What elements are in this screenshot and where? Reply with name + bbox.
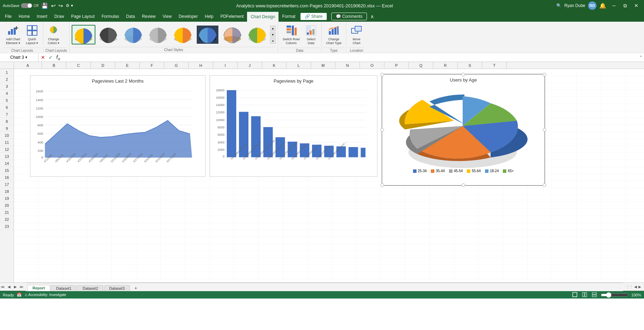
chart-style-4[interactable] [146,25,170,44]
menu-page-layout[interactable]: Page Layout [67,11,98,22]
customize-icon[interactable]: ⚙ ▾ [66,3,73,8]
cancel-formula-icon[interactable]: ✕ [40,55,46,60]
scroll-right-icon[interactable]: ▶ [638,285,641,289]
chart-style-5[interactable] [171,25,195,44]
row-num-20[interactable]: 20 [0,202,14,209]
tab-last-button[interactable]: ⏭ [19,284,24,290]
row-num-7[interactable]: 7 [0,111,14,118]
row-num-12[interactable]: 12 [0,146,14,153]
row-num-5[interactable]: 5 [0,97,14,104]
menu-pdfelement[interactable]: PDFelement [217,11,247,22]
formula-expand-icon[interactable]: ⌃ [638,55,644,60]
row-num-1[interactable]: 1 [0,69,14,76]
row-num-8[interactable]: 8 [0,118,14,125]
row-num-3[interactable]: 3 [0,83,14,90]
row-num-23[interactable]: 23 [0,223,14,230]
row-num-6[interactable]: 6 [0,104,14,111]
settings-icon[interactable]: 🔔 [599,2,606,9]
menu-home[interactable]: Home [15,11,33,22]
menu-review[interactable]: Review [138,11,159,22]
name-box[interactable]: Chart 3 ▼ [0,53,38,62]
menu-formulas[interactable]: Formulas [98,11,123,22]
undo-icon[interactable]: ↩ [51,2,56,9]
zoom-slider[interactable] [601,292,629,298]
handle-ml[interactable] [381,128,384,132]
menu-view[interactable]: View [159,11,175,22]
col-header-D[interactable]: D [91,62,115,69]
col-header-B[interactable]: B [42,62,66,69]
restore-button[interactable]: ⧉ [620,2,630,9]
menu-developer[interactable]: Developer [175,11,201,22]
col-header-G[interactable]: G [164,62,189,69]
row-num-21[interactable]: 21 [0,209,14,216]
tab-prev-button[interactable]: ◀ [6,284,12,290]
page-layout-view-button[interactable] [581,292,588,298]
select-data-button[interactable]: SelectData [303,24,319,46]
handle-tl[interactable] [381,73,384,76]
comments-button[interactable]: 💬 Comments [331,13,367,20]
row-num-13[interactable]: 13 [0,153,14,160]
switch-row-column-button[interactable]: Switch Row/Column [280,24,303,46]
menu-data[interactable]: Data [123,11,138,22]
sheet-options-icon[interactable]: ⋮⋮ [626,285,633,289]
col-header-N[interactable]: N [335,62,360,69]
move-chart-button[interactable]: MoveChart [348,24,364,46]
sheet-tab-dataset1[interactable]: Dataset1 [51,285,77,291]
col-header-S[interactable]: S [458,62,482,69]
menu-file[interactable]: File [1,11,15,22]
col-header-P[interactable]: P [384,62,409,69]
chart-style-2[interactable] [96,25,120,44]
add-sheet-button[interactable]: + [132,285,140,291]
col-header-I[interactable]: I [213,62,238,69]
page-break-view-button[interactable] [591,292,598,298]
menu-draw[interactable]: Draw [51,11,67,22]
col-header-A[interactable]: A [14,62,42,69]
accessibility-mode[interactable]: ⚠ Accessibility: Investigate [24,293,66,297]
row-num-22[interactable]: 22 [0,216,14,223]
chart-styles-scroll-more[interactable]: ▾ [270,38,276,44]
ribbon-collapse-icon[interactable]: ∧ [370,14,374,19]
row-num-4[interactable]: 4 [0,90,14,97]
col-header-J[interactable]: J [238,62,262,69]
change-chart-type-button[interactable]: ChangeChart Type [324,24,344,46]
row-num-17[interactable]: 17 [0,181,14,188]
row-num-18[interactable]: 18 [0,188,14,195]
chart-pageviews-2months[interactable]: Pageviews Last 2 Months 1600 1400 1200 1… [30,75,205,177]
chart-style-3[interactable] [121,25,145,44]
row-num-15[interactable]: 15 [0,167,14,174]
autosave-switch[interactable] [21,3,32,8]
formula-input[interactable] [63,53,638,62]
chart-style-1[interactable] [72,25,95,44]
grid-content[interactable]: Pageviews Last 2 Months 1600 1400 1200 1… [14,69,644,282]
row-num-11[interactable]: 11 [0,139,14,146]
handle-bl[interactable] [381,183,384,187]
insert-function-icon[interactable]: fx [55,54,61,61]
scroll-left-icon[interactable]: ◀ [634,285,637,289]
col-header-R[interactable]: R [433,62,458,69]
row-num-14[interactable]: 14 [0,160,14,167]
handle-br[interactable] [543,183,546,187]
share-button[interactable]: 🔗 Share [300,13,327,20]
menu-help[interactable]: Help [201,11,217,22]
col-header-L[interactable]: L [287,62,311,69]
search-icon[interactable]: 🔍 [556,3,562,8]
handle-bm[interactable] [462,183,465,187]
row-num-16[interactable]: 16 [0,174,14,181]
confirm-formula-icon[interactable]: ✓ [48,55,54,60]
handle-tr[interactable] [543,73,546,76]
autosave-toggle[interactable]: AutoSave Off [3,3,38,8]
col-header-F[interactable]: F [140,62,164,69]
col-header-M[interactable]: M [311,62,335,69]
user-avatar[interactable]: RD [588,1,596,10]
sheet-tab-report[interactable]: Report [27,285,50,291]
col-header-C[interactable]: C [66,62,91,69]
row-num-10[interactable]: 10 [0,132,14,139]
chart-style-8[interactable] [245,25,269,44]
col-header-Q[interactable]: Q [409,62,433,69]
chart-style-7[interactable] [220,25,244,44]
redo-icon[interactable]: ↪ [58,2,63,9]
chart-styles-scroll-down[interactable]: ▼ [270,32,276,37]
col-header-E[interactable]: E [115,62,140,69]
col-header-H[interactable]: H [189,62,213,69]
menu-chart-design[interactable]: Chart Design [247,11,278,22]
